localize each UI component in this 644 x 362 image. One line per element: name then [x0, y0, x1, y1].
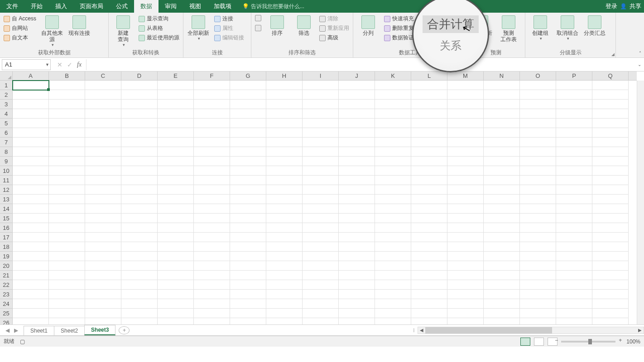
cell-M12[interactable] [447, 185, 484, 195]
cell-P11[interactable] [556, 176, 592, 185]
cell-L10[interactable] [411, 166, 447, 176]
column-header-I[interactable]: I [303, 71, 339, 80]
cell-P24[interactable] [556, 299, 592, 309]
cell-H15[interactable] [266, 214, 303, 223]
zoom-slider[interactable] [561, 341, 615, 343]
cell-B14[interactable] [49, 204, 85, 214]
cell-B21[interactable] [49, 271, 85, 280]
outline-dialog-launcher-icon[interactable]: ◢ [611, 52, 615, 57]
cell-I12[interactable] [303, 185, 339, 195]
cell-C6[interactable] [85, 128, 121, 138]
row-header-7[interactable]: 7 [0, 138, 12, 147]
cell-Q11[interactable] [592, 176, 629, 185]
row-header-26[interactable]: 26 [0, 318, 12, 325]
cell-O23[interactable] [520, 290, 556, 299]
cell-O7[interactable] [520, 138, 556, 147]
row-header-16[interactable]: 16 [0, 223, 12, 233]
cell-G23[interactable] [230, 290, 266, 299]
reapply-button[interactable]: 重新应用 [318, 24, 350, 33]
cell-G24[interactable] [230, 299, 266, 309]
cell-I7[interactable] [303, 138, 339, 147]
cell-K14[interactable] [375, 204, 411, 214]
cell-D24[interactable] [121, 299, 158, 309]
cell-M23[interactable] [447, 290, 484, 299]
cell-P14[interactable] [556, 204, 592, 214]
row-header-23[interactable]: 23 [0, 290, 12, 299]
cell-F26[interactable] [194, 318, 230, 325]
cell-I8[interactable] [303, 147, 339, 157]
cell-O10[interactable] [520, 166, 556, 176]
cell-D10[interactable] [121, 166, 158, 176]
cell-B9[interactable] [49, 157, 85, 166]
properties-button[interactable]: 属性 [213, 24, 245, 33]
tell-me-search[interactable]: 💡 告诉我您想要做什么... [242, 3, 304, 10]
cell-K10[interactable] [375, 166, 411, 176]
from-other-sources-button[interactable]: 自其他来源 [40, 14, 64, 47]
cell-O13[interactable] [520, 195, 556, 204]
row-header-3[interactable]: 3 [0, 100, 12, 109]
cell-H9[interactable] [266, 157, 303, 166]
cell-A20[interactable] [13, 261, 49, 271]
cell-A25[interactable] [13, 309, 49, 318]
cell-L7[interactable] [411, 138, 447, 147]
cell-J20[interactable] [339, 261, 375, 271]
cell-C15[interactable] [85, 214, 121, 223]
cell-Q16[interactable] [592, 223, 629, 233]
cell-M10[interactable] [447, 166, 484, 176]
cell-A24[interactable] [13, 299, 49, 309]
column-header-P[interactable]: P [556, 71, 592, 80]
cell-Q19[interactable] [592, 252, 629, 261]
cell-O18[interactable] [520, 242, 556, 252]
cell-G21[interactable] [230, 271, 266, 280]
ribbon-tab-视图[interactable]: 视图 [183, 0, 207, 13]
cell-C22[interactable] [85, 280, 121, 290]
cell-P9[interactable] [556, 157, 592, 166]
cell-Q2[interactable] [592, 90, 629, 100]
cell-C17[interactable] [85, 233, 121, 242]
cell-O16[interactable] [520, 223, 556, 233]
cell-K4[interactable] [375, 109, 411, 119]
cell-B7[interactable] [49, 138, 85, 147]
cell-N24[interactable] [484, 299, 520, 309]
column-header-K[interactable]: K [375, 71, 411, 80]
cell-F17[interactable] [194, 233, 230, 242]
cell-N7[interactable] [484, 138, 520, 147]
cell-H3[interactable] [266, 100, 303, 109]
cell-G6[interactable] [230, 128, 266, 138]
cell-B19[interactable] [49, 252, 85, 261]
cell-F14[interactable] [194, 204, 230, 214]
row-header-8[interactable]: 8 [0, 147, 12, 157]
cell-M24[interactable] [447, 299, 484, 309]
cell-C16[interactable] [85, 223, 121, 233]
cell-L19[interactable] [411, 252, 447, 261]
cell-D22[interactable] [121, 280, 158, 290]
cell-Q12[interactable] [592, 185, 629, 195]
cell-B3[interactable] [49, 100, 85, 109]
cell-F13[interactable] [194, 195, 230, 204]
cell-Q10[interactable] [592, 166, 629, 176]
cell-H20[interactable] [266, 261, 303, 271]
cell-F9[interactable] [194, 157, 230, 166]
cell-J4[interactable] [339, 109, 375, 119]
cell-E18[interactable] [158, 242, 194, 252]
cell-A15[interactable] [13, 214, 49, 223]
cell-J23[interactable] [339, 290, 375, 299]
cell-O20[interactable] [520, 261, 556, 271]
cell-I15[interactable] [303, 214, 339, 223]
cell-G25[interactable] [230, 309, 266, 318]
cell-D21[interactable] [121, 271, 158, 280]
cell-G5[interactable] [230, 119, 266, 128]
cell-F19[interactable] [194, 252, 230, 261]
row-header-21[interactable]: 21 [0, 271, 12, 280]
cell-M20[interactable] [447, 261, 484, 271]
cell-I20[interactable] [303, 261, 339, 271]
cell-H8[interactable] [266, 147, 303, 157]
from-text-button[interactable]: 自文本 [3, 33, 37, 42]
cell-F8[interactable] [194, 147, 230, 157]
cell-M1[interactable] [447, 81, 484, 90]
cell-B2[interactable] [49, 90, 85, 100]
cell-J2[interactable] [339, 90, 375, 100]
cell-F25[interactable] [194, 309, 230, 318]
from-web-button[interactable]: 自网站 [3, 24, 37, 33]
cell-N25[interactable] [484, 309, 520, 318]
